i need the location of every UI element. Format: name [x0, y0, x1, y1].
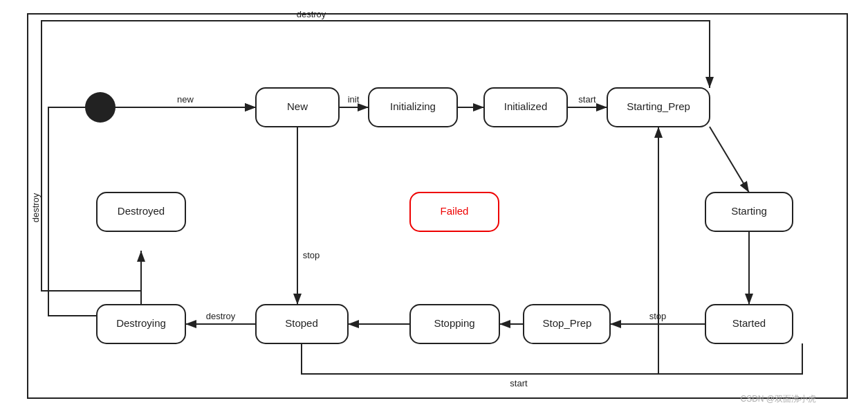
label-start1: start — [578, 94, 596, 105]
label-state-stopping: Stopping — [434, 317, 474, 329]
label-state-stoped: Stoped — [285, 317, 318, 329]
label-state-new: New — [287, 100, 308, 112]
label-init: init — [348, 94, 360, 105]
diagram-container: new New init Initializing Initialized st… — [0, 0, 868, 412]
label-state-started: Started — [732, 317, 766, 329]
label-state-initializing: Initializing — [390, 100, 436, 112]
label-destroy1: destroy — [206, 311, 236, 321]
label-state-starting-prep: Starting_Prep — [627, 100, 690, 112]
label-destroy-top: destroy — [297, 9, 326, 19]
watermark: CSDN @双面沸小虎 — [740, 394, 816, 404]
label-stop2: stop — [303, 250, 320, 260]
label-destroy-left: destroy — [30, 192, 41, 222]
arrow-start-loop-bottom — [302, 343, 802, 374]
label-state-destroyed: Destroyed — [118, 205, 165, 217]
label-start-bottom: start — [510, 378, 528, 388]
label-state-starting: Starting — [731, 205, 767, 217]
arrow-startprep-starting — [710, 127, 749, 192]
label-new: new — [177, 94, 194, 105]
label-state-stop-prep: Stop_Prep — [543, 317, 592, 329]
label-state-destroying: Destroying — [116, 317, 166, 329]
label-state-initialized: Initialized — [504, 100, 548, 112]
label-state-failed: Failed — [441, 205, 469, 217]
